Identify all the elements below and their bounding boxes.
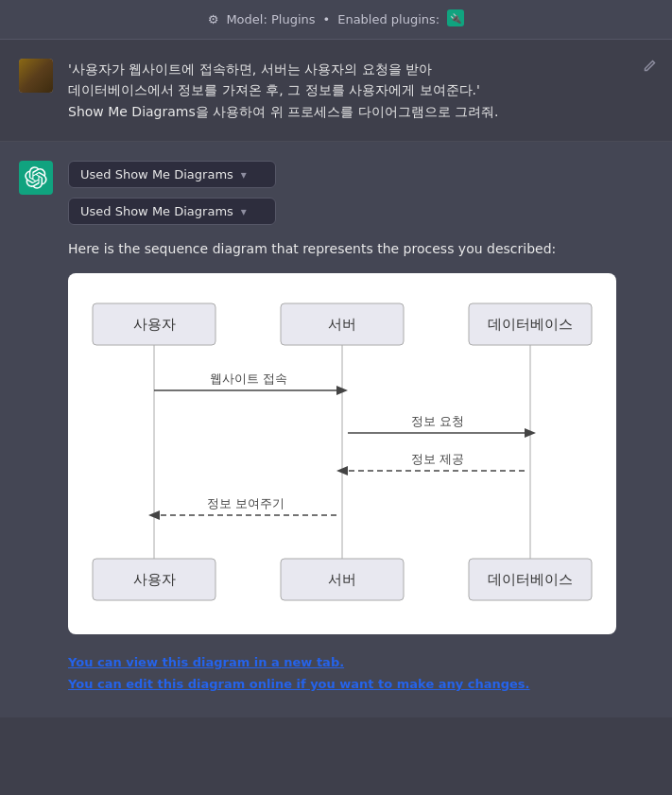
assistant-content: Used Show Me Diagrams ▾ Used Show Me Dia…	[68, 161, 634, 698]
svg-text:사용자: 사용자	[133, 316, 176, 332]
separator: •	[323, 12, 331, 26]
gear-icon: ⚙	[208, 12, 219, 26]
top-bar: ⚙ Model: Plugins • Enabled plugins: 🔌	[0, 0, 672, 40]
diagram-links: You can view this diagram in a new tab. …	[68, 655, 634, 699]
svg-text:정보 보여주기: 정보 보여주기	[207, 496, 284, 510]
plugin-badge-1[interactable]: Used Show Me Diagrams ▾	[68, 161, 276, 188]
svg-text:정보 제공: 정보 제공	[411, 452, 464, 466]
assistant-message-area: Used Show Me Diagrams ▾ Used Show Me Dia…	[0, 142, 672, 717]
plugin-badge-2[interactable]: Used Show Me Diagrams ▾	[68, 198, 276, 225]
plugin-badge-1-text: Used Show Me Diagrams	[80, 167, 233, 181]
chevron-down-icon-1: ▾	[241, 168, 247, 181]
chevron-down-icon-2: ▾	[241, 205, 247, 218]
svg-text:데이터베이스: 데이터베이스	[488, 316, 573, 332]
response-text: Here is the sequence diagram that repres…	[68, 238, 634, 259]
user-message-text: '사용자가 웹사이트에 접속하면, 서버는 사용자의 요청을 받아 데이터베이스…	[68, 59, 498, 122]
plugins-label: Enabled plugins:	[337, 12, 439, 26]
svg-text:🔌: 🔌	[450, 12, 462, 25]
svg-text:서버: 서버	[328, 316, 356, 332]
plugin-badge-2-text: Used Show Me Diagrams	[80, 204, 233, 218]
user-message-area: '사용자가 웹사이트에 접속하면, 서버는 사용자의 요청을 받아 데이터베이스…	[0, 40, 672, 142]
svg-text:정보 요청: 정보 요청	[411, 414, 464, 428]
svg-text:웹사이트 접속: 웹사이트 접속	[210, 372, 287, 386]
svg-text:사용자: 사용자	[133, 571, 176, 587]
svg-text:서버: 서버	[328, 571, 356, 587]
assistant-avatar	[19, 161, 53, 195]
edit-icon[interactable]	[642, 59, 657, 77]
plugin-icon: 🔌	[447, 9, 464, 29]
view-diagram-link[interactable]: You can view this diagram in a new tab.	[68, 655, 634, 669]
sequence-diagram-svg: 사용자 서버 데이터베이스 웹사이트 접속 정보 요청	[83, 296, 601, 608]
edit-diagram-link[interactable]: You can edit this diagram online if you …	[68, 677, 634, 691]
svg-text:데이터베이스: 데이터베이스	[488, 571, 573, 587]
sequence-diagram-container: 사용자 서버 데이터베이스 웹사이트 접속 정보 요청	[68, 273, 616, 634]
model-label: Model: Plugins	[226, 12, 315, 26]
user-avatar	[19, 59, 53, 93]
